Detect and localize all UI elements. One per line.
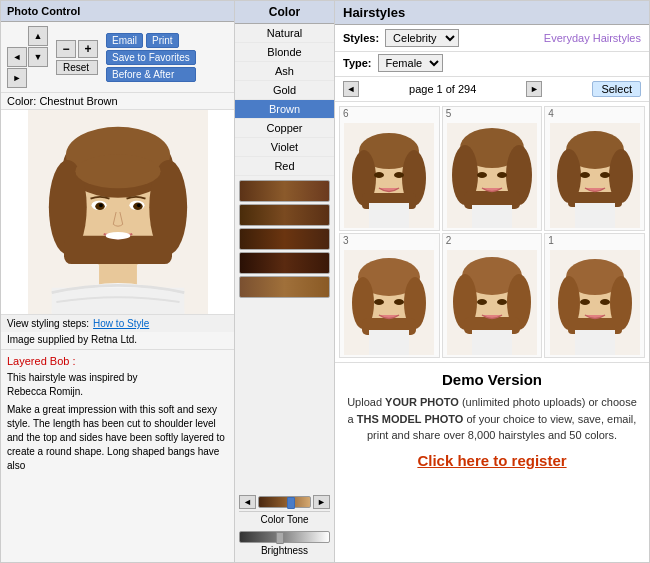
svg-point-34 bbox=[497, 172, 507, 178]
svg-point-16 bbox=[136, 203, 140, 207]
description-body-2: Make a great impression with this soft a… bbox=[7, 403, 228, 473]
hairstyle-img-4 bbox=[547, 120, 642, 230]
photo-control-header: Photo Control bbox=[1, 1, 234, 22]
description-body-1: This hairstyle was inspired by bbox=[7, 372, 138, 383]
svg-rect-26 bbox=[369, 203, 409, 228]
swatch-5[interactable] bbox=[239, 276, 330, 298]
tone-slider-thumb[interactable] bbox=[287, 497, 295, 509]
type-select[interactable]: Female Male bbox=[378, 54, 443, 72]
prev-page-btn[interactable]: ◄ bbox=[343, 81, 359, 97]
brightness-slider-thumb[interactable] bbox=[276, 532, 284, 544]
svg-rect-53 bbox=[369, 330, 409, 355]
styles-label: Styles: bbox=[343, 32, 379, 44]
hairstyle-img-2 bbox=[444, 247, 539, 357]
svg-point-70 bbox=[600, 299, 610, 305]
print-button[interactable]: Print bbox=[146, 33, 179, 48]
toolbar: ▲ ◄ ▼ ► − + Reset Email Print Save to Fa… bbox=[1, 22, 234, 93]
svg-point-69 bbox=[580, 299, 590, 305]
hairstyle-img-3 bbox=[342, 247, 437, 357]
email-print-row: Email Print bbox=[106, 33, 196, 48]
svg-point-33 bbox=[477, 172, 487, 178]
color-value-text: Chestnut Brown bbox=[39, 95, 117, 107]
hairstyle-cell-6[interactable]: 6 bbox=[339, 106, 440, 231]
pagination-row: ◄ page 1 of 294 ► Select bbox=[335, 77, 649, 102]
description-title: Layered Bob : bbox=[7, 354, 228, 369]
hairstyle-cell-1[interactable]: 1 bbox=[544, 233, 645, 358]
svg-point-42 bbox=[580, 172, 590, 178]
color-brown[interactable]: Brown bbox=[235, 100, 334, 119]
demo-title: Demo Version bbox=[347, 371, 637, 388]
arrow-up-btn[interactable]: ▲ bbox=[28, 26, 48, 46]
hairstyle-cell-4[interactable]: 4 bbox=[544, 106, 645, 231]
color-gold[interactable]: Gold bbox=[235, 81, 334, 100]
hairstyle-num-2: 2 bbox=[443, 234, 455, 247]
tone-slider-track[interactable] bbox=[258, 496, 311, 508]
tone-next-btn[interactable]: ► bbox=[313, 495, 330, 509]
type-label: Type: bbox=[343, 57, 372, 69]
zoom-minus-btn[interactable]: − bbox=[56, 40, 76, 58]
brightness-slider-track[interactable] bbox=[239, 531, 330, 543]
hairstyle-grid: 6 5 bbox=[335, 102, 649, 362]
swatch-2[interactable] bbox=[239, 204, 330, 226]
swatch-4[interactable] bbox=[239, 252, 330, 274]
type-row: Type: Female Male bbox=[335, 52, 649, 77]
color-tone-area: ◄ ► Color Tone bbox=[235, 493, 334, 529]
color-ash[interactable]: Ash bbox=[235, 62, 334, 81]
svg-point-25 bbox=[394, 172, 404, 178]
zoom-controls: − + Reset bbox=[56, 40, 98, 75]
swatch-1[interactable] bbox=[239, 180, 330, 202]
svg-rect-44 bbox=[575, 203, 615, 228]
how-to-style-link[interactable]: How to Style bbox=[93, 318, 149, 329]
svg-point-51 bbox=[374, 299, 384, 305]
hairstyle-cell-5[interactable]: 5 bbox=[442, 106, 543, 231]
everyday-link[interactable]: Everyday Hairstyles bbox=[544, 32, 641, 44]
left-panel: Photo Control ▲ ◄ ▼ ► − + Reset Email Pr… bbox=[0, 0, 235, 563]
arrow-left-btn[interactable]: ◄ bbox=[7, 47, 27, 67]
save-favorites-button[interactable]: Save to Favorites bbox=[106, 50, 196, 65]
svg-point-52 bbox=[394, 299, 404, 305]
svg-point-61 bbox=[497, 299, 507, 305]
hairstyle-img-5 bbox=[444, 120, 539, 230]
action-buttons: Email Print Save to Favorites Before & A… bbox=[106, 33, 196, 82]
view-styling-row: View styling steps: How to Style bbox=[1, 314, 234, 332]
image-credit: Image supplied by Retna Ltd. bbox=[1, 332, 234, 350]
svg-point-15 bbox=[99, 203, 103, 207]
color-list: Natural Blonde Ash Gold Brown Copper Vio… bbox=[235, 24, 334, 176]
svg-rect-35 bbox=[472, 205, 512, 228]
styles-select[interactable]: Celebrity Everyday Formal bbox=[385, 29, 459, 47]
next-page-btn[interactable]: ► bbox=[526, 81, 542, 97]
color-violet[interactable]: Violet bbox=[235, 138, 334, 157]
hairstyle-num-3: 3 bbox=[340, 234, 352, 247]
tone-slider-row: ◄ ► bbox=[239, 495, 330, 509]
color-red[interactable]: Red bbox=[235, 157, 334, 176]
arrow-right-btn[interactable]: ► bbox=[7, 68, 27, 88]
description-area: Layered Bob : This hairstyle was inspire… bbox=[1, 350, 234, 562]
color-blonde[interactable]: Blonde bbox=[235, 43, 334, 62]
zoom-plus-btn[interactable]: + bbox=[78, 40, 98, 58]
before-after-button[interactable]: Before & After bbox=[106, 67, 196, 82]
hairstyle-cell-3[interactable]: 3 bbox=[339, 233, 440, 358]
color-tone-label: Color Tone bbox=[239, 511, 330, 527]
right-panel: Hairstyles Styles: Celebrity Everyday Fo… bbox=[335, 0, 650, 563]
select-button[interactable]: Select bbox=[592, 81, 641, 97]
reset-button[interactable]: Reset bbox=[56, 60, 98, 75]
hairstyle-num-5: 5 bbox=[443, 107, 455, 120]
color-display: Color: Chestnut Brown bbox=[1, 93, 234, 110]
svg-rect-71 bbox=[575, 330, 615, 355]
svg-rect-9 bbox=[64, 236, 172, 264]
register-link[interactable]: Click here to register bbox=[347, 452, 637, 469]
color-natural[interactable]: Natural bbox=[235, 24, 334, 43]
svg-point-60 bbox=[477, 299, 487, 305]
color-copper[interactable]: Copper bbox=[235, 119, 334, 138]
svg-point-43 bbox=[600, 172, 610, 178]
middle-panel: Color Natural Blonde Ash Gold Brown Copp… bbox=[235, 0, 335, 563]
tone-prev-btn[interactable]: ◄ bbox=[239, 495, 256, 509]
hairstyle-cell-2[interactable]: 2 bbox=[442, 233, 543, 358]
styles-row: Styles: Celebrity Everyday Formal Everyd… bbox=[335, 25, 649, 52]
svg-point-24 bbox=[374, 172, 384, 178]
brightness-label: Brightness bbox=[239, 543, 330, 558]
photo-control-title: Photo Control bbox=[7, 5, 80, 17]
swatch-3[interactable] bbox=[239, 228, 330, 250]
email-button[interactable]: Email bbox=[106, 33, 143, 48]
arrow-down-btn[interactable]: ▼ bbox=[28, 47, 48, 67]
